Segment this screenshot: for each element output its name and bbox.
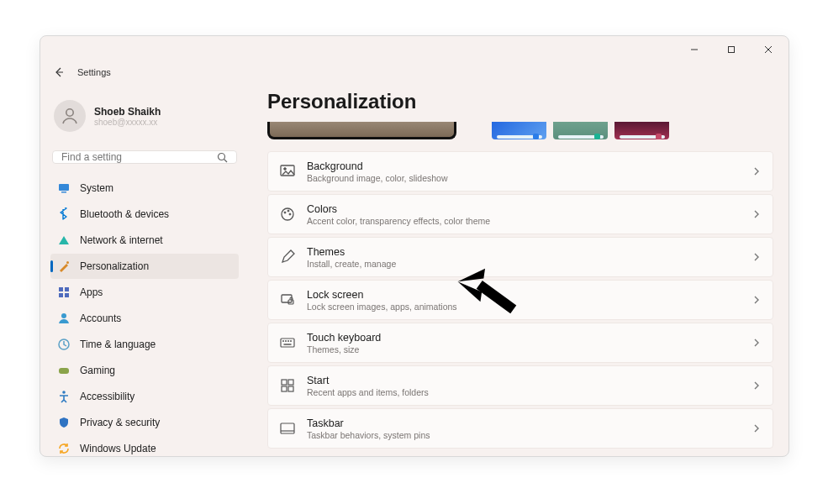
theme-strip — [267, 122, 773, 139]
chevron-right-icon — [752, 166, 761, 176]
card-subtitle: Install, create, manage — [307, 259, 741, 269]
sidebar-item-gaming[interactable]: Gaming — [50, 358, 239, 383]
chevron-right-icon — [752, 381, 761, 391]
svg-rect-8 — [59, 184, 69, 191]
svg-point-23 — [287, 210, 289, 212]
settings-card-touch-keyboard[interactable]: Touch keyboardThemes, size — [267, 323, 773, 363]
settings-card-lock-screen[interactable]: Lock screenLock screen images, apps, ani… — [267, 280, 773, 320]
sidebar-item-label: Gaming — [80, 365, 115, 376]
sidebar-item-personalization[interactable]: Personalization — [50, 254, 239, 279]
sidebar-item-label: Time & language — [80, 339, 156, 350]
svg-point-6 — [219, 153, 225, 160]
bluetooth-icon — [57, 207, 71, 221]
image-icon — [280, 164, 295, 179]
update-icon — [57, 442, 71, 455]
sidebar-item-accessibility[interactable]: Accessibility — [50, 384, 239, 409]
chevron-right-icon — [752, 209, 761, 219]
sidebar-item-system[interactable]: System — [50, 176, 239, 201]
search-icon — [217, 152, 228, 163]
svg-rect-14 — [65, 293, 69, 297]
svg-rect-1 — [729, 47, 735, 53]
card-title: Taskbar — [307, 417, 741, 429]
svg-point-24 — [289, 213, 291, 215]
current-theme-preview[interactable] — [267, 122, 456, 139]
nav-list: SystemBluetooth & devicesNetwork & inter… — [50, 176, 239, 456]
chevron-right-icon — [752, 338, 761, 348]
app-title: Settings — [77, 67, 111, 77]
theme-thumbnail[interactable] — [553, 122, 608, 139]
svg-rect-9 — [61, 192, 66, 193]
user-email: shoeb@xxxxx.xx — [94, 118, 161, 127]
sidebar-item-label: Windows Update — [80, 443, 156, 454]
maximize-button[interactable] — [713, 38, 750, 61]
gaming-icon — [57, 364, 71, 377]
back-button[interactable] — [52, 66, 66, 78]
sidebar-item-label: Privacy & security — [80, 417, 160, 428]
svg-rect-36 — [288, 386, 293, 391]
card-subtitle: Recent apps and items, folders — [307, 387, 741, 397]
svg-point-18 — [62, 391, 66, 394]
shield-icon — [57, 416, 71, 429]
svg-point-10 — [66, 261, 69, 264]
card-title: Start — [307, 375, 741, 386]
avatar — [54, 100, 86, 132]
sidebar-item-network-internet[interactable]: Network & internet — [50, 228, 239, 253]
svg-rect-13 — [59, 293, 63, 297]
sidebar-item-label: Personalization — [80, 260, 149, 272]
svg-rect-34 — [288, 380, 293, 385]
page-title: Personalization — [267, 81, 773, 115]
svg-rect-33 — [282, 380, 287, 385]
theme-thumbnail[interactable] — [492, 122, 546, 139]
titlebar — [40, 36, 788, 63]
pen-icon — [280, 249, 295, 265]
svg-rect-12 — [65, 287, 69, 291]
card-title: Background — [307, 160, 741, 172]
settings-card-background[interactable]: BackgroundBackground image, color, slide… — [267, 151, 773, 192]
svg-rect-37 — [281, 423, 294, 433]
user-name: Shoeb Shaikh — [94, 106, 161, 118]
settings-card-taskbar[interactable]: TaskbarTaskbar behaviors, system pins — [267, 408, 773, 449]
search-box[interactable] — [52, 150, 237, 164]
start-icon — [280, 378, 295, 393]
palette-icon — [280, 207, 295, 222]
svg-rect-17 — [59, 368, 69, 374]
clock-icon — [57, 338, 71, 351]
card-title: Themes — [307, 246, 741, 258]
svg-point-20 — [284, 168, 287, 171]
sidebar-item-label: Accounts — [80, 312, 121, 324]
sidebar-item-label: System — [80, 182, 113, 194]
svg-rect-35 — [282, 386, 287, 391]
sidebar-item-bluetooth-devices[interactable]: Bluetooth & devices — [50, 202, 239, 227]
sidebar-item-windows-update[interactable]: Windows Update — [50, 436, 239, 456]
sidebar-item-label: Apps — [80, 286, 103, 298]
sidebar-item-label: Accessibility — [80, 391, 134, 402]
chevron-right-icon — [752, 295, 761, 305]
card-subtitle: Lock screen images, apps, animations — [307, 302, 741, 312]
sidebar-item-apps[interactable]: Apps — [50, 280, 239, 305]
svg-rect-11 — [59, 287, 63, 291]
top-bar: Settings — [40, 63, 788, 81]
sidebar-item-accounts[interactable]: Accounts — [50, 306, 239, 331]
wifi-icon — [57, 234, 71, 247]
user-icon — [57, 312, 71, 325]
chevron-right-icon — [752, 423, 761, 433]
card-title: Touch keyboard — [307, 332, 741, 344]
svg-rect-27 — [281, 339, 294, 347]
theme-thumbnail[interactable] — [614, 122, 669, 139]
search-input[interactable] — [61, 151, 217, 163]
lock-icon — [280, 292, 295, 307]
sidebar: Shoeb Shaikh shoeb@xxxxx.xx SystemBlueto… — [40, 81, 249, 456]
card-subtitle: Background image, color, slideshow — [307, 173, 741, 183]
settings-card-themes[interactable]: ThemesInstall, create, manage — [267, 237, 773, 277]
settings-card-start[interactable]: StartRecent apps and items, folders — [267, 365, 773, 406]
settings-card-colors[interactable]: ColorsAccent color, transparency effects… — [267, 194, 773, 234]
card-subtitle: Accent color, transparency effects, colo… — [307, 216, 741, 226]
sidebar-item-privacy-security[interactable]: Privacy & security — [50, 410, 239, 435]
user-block[interactable]: Shoeb Shaikh shoeb@xxxxx.xx — [50, 97, 239, 142]
minimize-button[interactable] — [676, 38, 713, 61]
sidebar-item-time-language[interactable]: Time & language — [50, 332, 239, 357]
grid-icon — [57, 286, 71, 299]
svg-point-22 — [284, 212, 286, 213]
close-button[interactable] — [750, 38, 787, 61]
keyboard-icon — [280, 335, 295, 350]
